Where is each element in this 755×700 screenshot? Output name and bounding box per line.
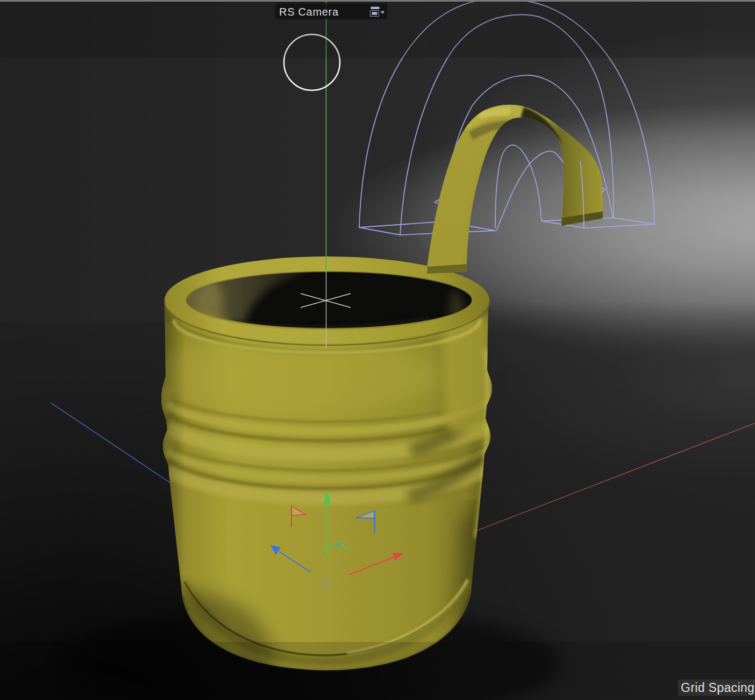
svg-text:Grid Spacing: Grid Spacing <box>681 681 754 695</box>
svg-text:RS Camera: RS Camera <box>279 6 339 18</box>
